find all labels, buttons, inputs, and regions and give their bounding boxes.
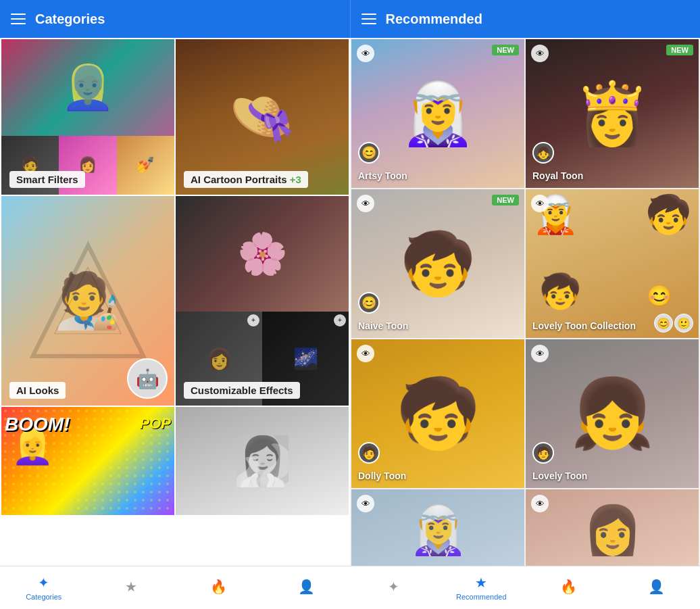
magic-icon: ✦ <box>388 579 399 595</box>
categories-nav-label: Categories <box>26 593 61 601</box>
royal-toon-avatar: 👧 <box>532 142 554 164</box>
lovely-toon-collection-label: Lovely Toon Collection <box>532 320 636 331</box>
category-smart-filters[interactable]: 👱‍♀️ 🧑 👩 💅 Sm <box>1 39 174 195</box>
right-nav: ✦ ★ Recommended 🔥 👤 <box>350 566 700 609</box>
favorites-icon: ★ <box>125 579 137 595</box>
rec-lovely-toon-collection[interactable]: 🧝 🧒 🧒 😊 👁 Lovely Toon Collection 😊 🙂 <box>526 189 699 338</box>
nav-magic[interactable]: ✦ <box>350 566 438 609</box>
recommended-grid: 🧝‍♀️ 👁 NEW Artsy Toon 😊 👸 👁 NEW Royal To… <box>350 38 700 566</box>
item8-eye-icon[interactable]: 👁 <box>531 495 549 512</box>
category-customizable[interactable]: 🌸 👩 + 🌌 + Customizable Effects <box>176 196 349 406</box>
category-comic[interactable]: 👱‍♀️ BOOM! POP <box>1 407 174 515</box>
recommended-icon: ★ <box>475 575 487 591</box>
lovely-toon-label: Lovely Toon <box>532 470 587 481</box>
trending-right-icon: 🔥 <box>560 579 577 595</box>
rec-royal-toon[interactable]: 👸 👁 NEW Royal Toon 👧 <box>526 39 699 188</box>
category-ai-cartoon[interactable]: 👒 AI Cartoon Portraits +3 <box>176 39 349 195</box>
ai-cartoon-label: AI Cartoon Portraits +3 <box>184 171 308 188</box>
left-menu-icon[interactable] <box>11 14 26 24</box>
nav-favorites-left[interactable]: ★ <box>88 566 176 609</box>
dolly-toon-label: Dolly Toon <box>358 470 406 481</box>
royal-toon-new-badge: NEW <box>666 45 693 55</box>
recommended-nav-label: Recommended <box>456 593 507 601</box>
app-header: Categories Recommended <box>0 0 700 38</box>
naive-toon-eye-icon[interactable]: 👁 <box>357 195 374 212</box>
rec-naive-toon[interactable]: 🧒 👁 NEW Naive Toon 😊 <box>351 189 524 338</box>
left-nav: ✦ Categories ★ 🔥 👤 <box>0 566 350 609</box>
main-content: 👱‍♀️ 🧑 👩 💅 Sm <box>0 38 700 566</box>
trending-left-icon: 🔥 <box>210 579 227 595</box>
ai-looks-label: AI Looks <box>9 382 66 399</box>
customizable-label: Customizable Effects <box>184 382 300 399</box>
profile-right-icon: 👤 <box>648 579 665 595</box>
nav-recommended[interactable]: ★ Recommended <box>438 566 526 609</box>
left-header-title: Categories <box>35 11 105 27</box>
artsy-toon-label: Artsy Toon <box>358 170 407 181</box>
lovely-toon-collection-eye-icon[interactable]: 👁 <box>531 195 549 212</box>
lovely-toon-eye-icon[interactable]: 👁 <box>531 345 549 362</box>
rec-item-8[interactable]: 👩 👁 <box>526 489 699 566</box>
royal-toon-eye-icon[interactable]: 👁 <box>531 45 549 62</box>
rec-item-7[interactable]: 🧝‍♀️ 👁 <box>351 489 524 566</box>
nav-categories[interactable]: ✦ Categories <box>0 566 88 609</box>
nav-profile-right[interactable]: 👤 <box>613 566 701 609</box>
nav-profile-left[interactable]: 👤 <box>263 566 351 609</box>
item7-eye-icon[interactable]: 👁 <box>357 495 374 512</box>
left-header: Categories <box>0 0 350 38</box>
right-header-title: Recommended <box>386 11 482 27</box>
categories-icon: ✦ <box>38 575 49 591</box>
bottom-nav: ✦ Categories ★ 🔥 👤 ✦ ★ Recommended 🔥 <box>0 566 700 609</box>
right-header: Recommended <box>350 0 701 38</box>
dolly-toon-avatar: 🧑 <box>358 442 380 464</box>
rec-dolly-toon[interactable]: 🧒 👁 Dolly Toon 🧑 <box>351 339 524 488</box>
naive-toon-label: Naive Toon <box>358 320 408 331</box>
royal-toon-label: Royal Toon <box>532 170 583 181</box>
category-silhouette[interactable]: 🧖‍♀️ <box>176 407 349 515</box>
profile-left-icon: 👤 <box>298 579 315 595</box>
rec-lovely-toon[interactable]: 👧 👁 Lovely Toon 🧑 <box>526 339 699 488</box>
lovely-toon-collection-small-faces: 😊 🙂 <box>654 314 693 333</box>
category-grid: 👱‍♀️ 🧑 👩 💅 Sm <box>0 38 350 516</box>
recommended-panel: 🧝‍♀️ 👁 NEW Artsy Toon 😊 👸 👁 NEW Royal To… <box>350 38 700 566</box>
artsy-toon-new-badge: NEW <box>492 45 519 55</box>
naive-toon-new-badge: NEW <box>492 195 519 205</box>
smart-filters-label: Smart Filters <box>9 171 85 188</box>
artsy-toon-avatar: 😊 <box>358 142 380 164</box>
nav-trending-left[interactable]: 🔥 <box>175 566 263 609</box>
naive-toon-avatar: 😊 <box>358 292 380 314</box>
artsy-toon-eye-icon[interactable]: 👁 <box>357 45 374 62</box>
categories-panel: 👱‍♀️ 🧑 👩 💅 Sm <box>0 38 350 566</box>
nav-trending-right[interactable]: 🔥 <box>525 566 613 609</box>
rec-artsy-toon[interactable]: 🧝‍♀️ 👁 NEW Artsy Toon 😊 <box>351 39 524 188</box>
right-menu-icon[interactable] <box>361 14 376 24</box>
lovely-toon-avatar: 🧑 <box>532 442 554 464</box>
category-ai-looks[interactable]: 🧑‍🎨 🤖 AI Looks <box>1 196 174 406</box>
dolly-toon-eye-icon[interactable]: 👁 <box>357 345 374 362</box>
